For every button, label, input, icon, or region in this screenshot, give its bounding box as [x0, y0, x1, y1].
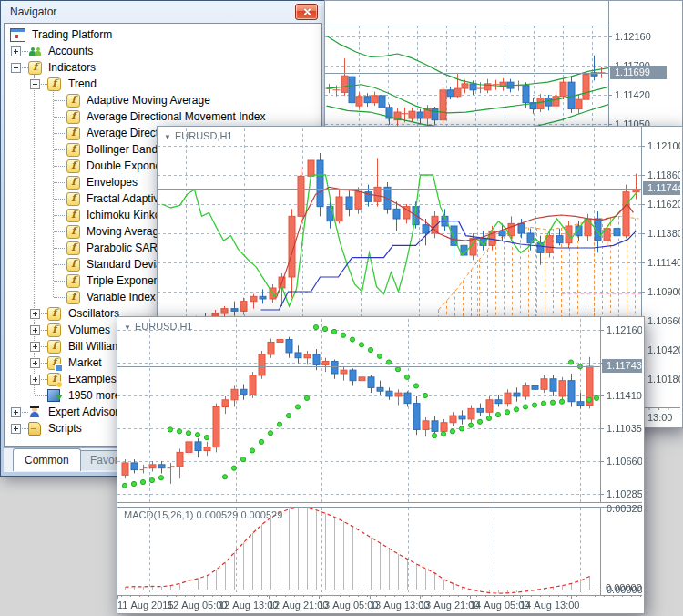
expert-advisor-icon [28, 406, 41, 417]
function-icon: f [66, 258, 80, 272]
chart-window-parabolic-sar: ▼EURUSD,H1 MACD(15,26,1) 0.000529 0.0005… [117, 316, 645, 614]
tree-item-label: Indicators [48, 61, 96, 74]
chart-canvas-bollinger[interactable] [325, 1, 680, 136]
navigator-title: Navigator [10, 5, 56, 18]
tree-item-label: Adaptive Moving Average [87, 94, 210, 107]
tree-connector-stub [54, 166, 66, 167]
function-icon: f [66, 225, 80, 239]
trading-platform-icon [10, 28, 25, 42]
expand-icon[interactable] [30, 342, 40, 352]
function-icon: f [47, 340, 61, 354]
chart-title: ▼EURUSD,H1 [164, 130, 233, 141]
chart-window-bollinger [324, 0, 683, 139]
tree-item-label: Volumes [68, 323, 110, 336]
function-icon: f [66, 209, 80, 222]
chevron-down-icon[interactable]: ▼ [124, 323, 131, 332]
function-icon: f [47, 356, 61, 370]
function-icon: f [66, 192, 80, 206]
tree-connector-stub [54, 297, 66, 298]
tree-item-label: Examples [68, 373, 117, 385]
tree-connector-stub [54, 215, 66, 216]
function-icon: f [66, 241, 80, 255]
function-icon: f [47, 323, 61, 337]
function-icon: f [66, 291, 80, 304]
tree-item-label: Parabolic SAR [87, 241, 158, 254]
tree-item-label: Bollinger Bands [87, 143, 163, 156]
tab-common[interactable]: Common [13, 448, 81, 471]
tree-item-average-directional-movement-index[interactable]: fAverage Directional Movement Index [5, 108, 321, 125]
tree-item-adaptive-moving-average[interactable]: fAdaptive Moving Average [5, 92, 321, 108]
expand-icon[interactable] [30, 358, 40, 368]
macd-indicator-label: MACD(15,26,1) 0.000529 0.000529 [124, 509, 282, 520]
close-icon [302, 8, 311, 16]
desktop: Navigator Trading PlatformAccountsfIndic… [0, 0, 683, 616]
function-icon: f [47, 307, 61, 321]
tree-connector-stub [35, 395, 47, 396]
tree-connector-stub [54, 117, 66, 118]
tree-item-trend[interactable]: fTrend [5, 76, 321, 92]
function-icon: f [66, 143, 80, 157]
expand-icon[interactable] [30, 375, 40, 385]
function-icon: f [28, 61, 42, 75]
function-icon: f [66, 176, 80, 190]
navigator-titlebar[interactable]: Navigator [5, 1, 321, 23]
tree-item-label: Expert Advisors [48, 406, 124, 418]
script-icon [28, 422, 41, 436]
chart-symbol-label: EURUSD,H1 [135, 321, 193, 332]
tree-connector-stub [54, 281, 66, 282]
collapse-icon[interactable] [30, 79, 40, 89]
function-icon: f [47, 77, 61, 91]
tree-item-label: Envelopes [87, 176, 138, 189]
tree-connector-stub [54, 231, 66, 232]
tree-connector-stub [54, 133, 66, 134]
tree-item-label: Trading Platform [32, 28, 112, 41]
collapse-icon[interactable] [11, 63, 21, 73]
tree-connector-stub [54, 149, 66, 150]
function-icon: f [66, 159, 80, 173]
expand-icon[interactable] [30, 309, 40, 319]
function-icon: f [66, 127, 80, 140]
tree-item-label: Average Directional Movement Index [87, 110, 266, 123]
expand-icon[interactable] [11, 46, 21, 56]
download-more-icon [47, 389, 60, 402]
chart-title: ▼EURUSD,H1 [124, 321, 193, 332]
tree-item-accounts[interactable]: Accounts [5, 43, 321, 59]
chart-symbol-label: EURUSD,H1 [175, 130, 233, 141]
accounts-icon [28, 45, 43, 56]
tree-connector-stub [54, 199, 66, 200]
tree-item-label: Scripts [48, 422, 82, 435]
tree-item-label: Market [68, 356, 102, 369]
tree-connector-stub [54, 264, 66, 265]
tree-connector-stub [54, 100, 66, 101]
close-button[interactable] [295, 4, 318, 20]
function-icon: f [66, 274, 80, 288]
expand-icon[interactable] [11, 407, 21, 417]
tree-item-label: Oscillators [68, 307, 119, 320]
expand-icon[interactable] [30, 325, 40, 335]
function-icon: f [66, 110, 80, 124]
tree-connector-stub [54, 248, 66, 249]
tree-item-label: Accounts [48, 45, 93, 57]
function-icon: f [47, 373, 61, 386]
chevron-down-icon[interactable]: ▼ [164, 133, 171, 141]
tree-connector-stub [54, 182, 66, 183]
tree-item-trading-platform[interactable]: Trading Platform [5, 26, 321, 43]
chart-canvas-parabolic-sar[interactable] [117, 317, 642, 611]
tree-item-indicators[interactable]: fIndicators [5, 59, 321, 76]
function-icon: f [66, 94, 80, 108]
tree-item-label: Trend [68, 77, 97, 90]
tree-item-label: Moving Average [87, 225, 165, 238]
expand-icon[interactable] [11, 424, 21, 434]
